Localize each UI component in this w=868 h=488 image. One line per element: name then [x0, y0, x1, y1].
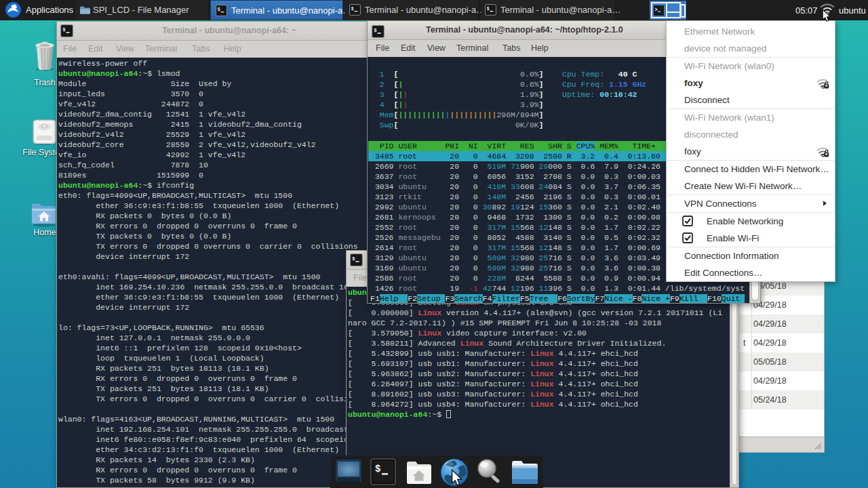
svg-text:$: $ — [218, 7, 220, 12]
svg-text:$: $ — [352, 256, 355, 262]
svg-text:$: $ — [351, 6, 354, 12]
svg-text:$: $ — [374, 28, 377, 33]
svg-text:$: $ — [487, 6, 490, 12]
svg-text:$: $ — [375, 464, 380, 474]
